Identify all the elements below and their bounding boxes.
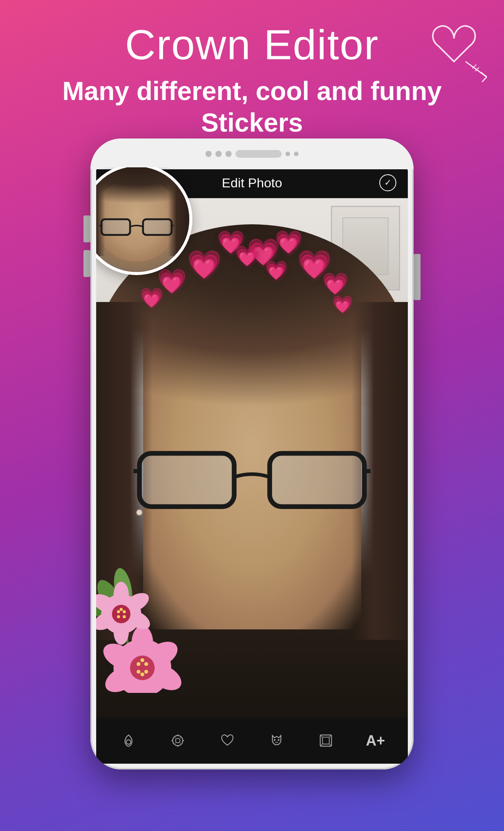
notch-camera [285,152,290,156]
confirm-button[interactable]: ✓ [379,174,396,191]
svg-line-2 [482,77,487,82]
glasses-svg [134,447,370,519]
svg-line-1 [481,72,487,77]
toolbar-stickers[interactable] [162,725,193,756]
cat-icon [268,732,285,749]
heart-sticker-7: 💗 [322,271,349,296]
beauty-icon [120,732,137,749]
toolbar-frame[interactable] [310,725,341,756]
profile-avatar [96,167,192,275]
phone-side-button-right [414,254,421,300]
volume-down-button[interactable] [83,250,90,277]
app-toolbar: A+ [96,718,408,764]
toolbar-text[interactable]: A+ [360,725,391,756]
app-screen: Edit Photo ✓ [96,167,408,764]
toolbar-hearts[interactable] [212,725,243,756]
frame-icon [317,732,334,749]
svg-point-51 [278,739,279,741]
svg-point-43 [126,740,131,744]
notch-dot-1 [205,151,212,157]
svg-rect-40 [143,219,172,235]
heart-sticker-deep-1: 💗 [235,244,260,268]
heart-sticker-4: 💗 [187,248,222,281]
svg-rect-6 [270,453,364,507]
notch-dot-3 [225,151,232,157]
phone-shell: Edit Photo ✓ [90,138,414,769]
heart-sticker-9: 💗 [332,294,353,314]
photo-edit-area[interactable]: 💗 💗 💗 💗 💗 💗 💗 💗 💗 💗 💗 [96,198,408,718]
notch-dot-2 [215,151,222,157]
svg-point-49 [176,738,180,743]
phone-side-buttons-left [83,215,90,277]
phone-device: Edit Photo ✓ [90,138,414,769]
photo-canvas: 💗 💗 💗 💗 💗 💗 💗 💗 💗 💗 💗 [96,198,408,718]
check-icon: ✓ [384,178,391,188]
hearts-icon [219,732,236,749]
deco-heart-arrow [416,12,492,88]
toolbar-cat[interactable] [261,725,292,756]
volume-up-button[interactable] [83,215,90,242]
edit-photo-title: Edit Photo [222,175,282,190]
toolbar-beauty[interactable] [113,725,144,756]
avatar-glasses [100,217,174,240]
svg-rect-53 [323,737,330,744]
svg-point-44 [173,736,183,746]
heart-sticker-8: 💗 [140,287,164,309]
notch-sensor [294,152,299,156]
text-icon: A+ [366,733,385,749]
svg-rect-39 [102,219,130,235]
phone-notch [90,138,414,169]
avatar-photo [96,167,189,272]
stickers-icon [169,732,186,749]
svg-rect-5 [140,453,234,507]
heart-sticker-deep-2: 💗 [265,260,288,281]
svg-point-50 [274,739,275,741]
power-button[interactable] [414,254,421,300]
notch-speaker [235,150,282,158]
